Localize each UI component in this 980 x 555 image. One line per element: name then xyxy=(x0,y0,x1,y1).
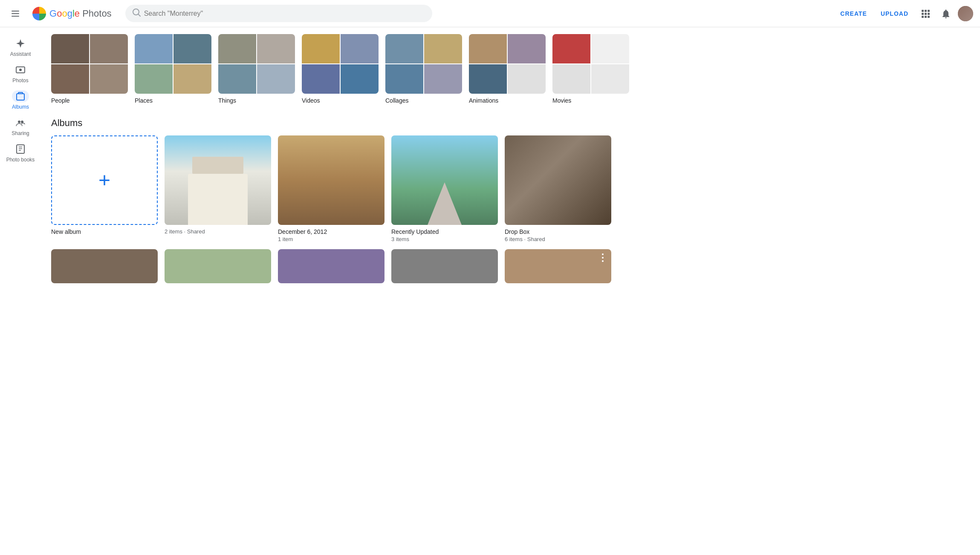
album-drop-box-meta: 6 items · Shared xyxy=(505,236,611,242)
plus-icon: + xyxy=(98,170,110,190)
sidebar: Assistant Photos Albums xyxy=(0,27,41,555)
svg-rect-13 xyxy=(928,16,930,18)
bottom-thumb-4[interactable] xyxy=(391,249,498,283)
new-album-name: New album xyxy=(51,228,158,235)
album-thumb-drop-box xyxy=(505,135,611,225)
svg-rect-19 xyxy=(17,145,24,153)
sidebar-item-sharing[interactable]: Sharing xyxy=(0,113,41,140)
album-dec2012-name: December 6, 2012 xyxy=(278,228,384,235)
svg-rect-7 xyxy=(928,10,930,12)
svg-point-17 xyxy=(18,121,20,123)
categories-grid: People Places Thin xyxy=(51,34,970,111)
album-card-dec2012[interactable]: December 6, 2012 1 item xyxy=(278,135,384,242)
bottom-thumb-3[interactable] xyxy=(278,249,384,283)
svg-point-18 xyxy=(21,121,23,123)
album-thumb-recently-updated xyxy=(391,135,498,225)
header-actions: CREATE UPLOAD xyxy=(835,5,973,22)
category-videos-label: Videos xyxy=(302,97,379,104)
sidebar-item-photobooks[interactable]: Photo books xyxy=(0,140,41,166)
svg-rect-11 xyxy=(922,16,924,18)
sharing-icon xyxy=(12,117,29,129)
bottom-thumb-5[interactable] xyxy=(505,249,611,283)
upload-button[interactable]: UPLOAD xyxy=(876,7,914,20)
category-things[interactable]: Things xyxy=(218,34,295,104)
create-button[interactable]: CREATE xyxy=(835,7,872,20)
albums-grid: + New album 2 items · Shared xyxy=(51,135,970,242)
photos-icon xyxy=(12,64,29,76)
svg-rect-5 xyxy=(922,10,924,12)
sidebar-photobooks-label: Photo books xyxy=(6,157,35,163)
svg-rect-10 xyxy=(928,13,930,15)
album-dec2012-meta: 1 item xyxy=(278,236,384,242)
svg-rect-16 xyxy=(17,94,24,100)
album-recently-updated-meta: 3 items xyxy=(391,236,498,242)
sidebar-assistant-label: Assistant xyxy=(10,51,31,57)
category-movies[interactable]: Movies xyxy=(552,34,629,104)
category-people[interactable]: People xyxy=(51,34,128,104)
app-header: Google Photos CREATE UPLOAD xyxy=(0,0,980,27)
main-content: People Places Thin xyxy=(41,27,980,555)
notifications-icon[interactable] xyxy=(937,5,954,22)
photobooks-icon xyxy=(12,143,29,155)
album-card-2[interactable]: 2 items · Shared xyxy=(165,135,271,242)
search-icon xyxy=(132,8,141,19)
sidebar-albums-label: Albums xyxy=(12,104,29,110)
svg-rect-8 xyxy=(922,13,924,15)
svg-rect-2 xyxy=(12,16,19,17)
menu-icon[interactable] xyxy=(7,5,24,22)
bottom-thumb-2[interactable] xyxy=(165,249,271,283)
svg-rect-12 xyxy=(925,16,927,18)
category-places[interactable]: Places xyxy=(135,34,211,104)
search-input[interactable] xyxy=(144,10,425,17)
new-album-button[interactable]: + xyxy=(51,135,158,225)
avatar[interactable] xyxy=(958,6,973,21)
svg-rect-0 xyxy=(12,11,19,12)
sidebar-photos-label: Photos xyxy=(12,78,28,83)
sidebar-sharing-label: Sharing xyxy=(12,130,29,136)
category-people-label: People xyxy=(51,97,128,104)
sidebar-item-albums[interactable]: Albums xyxy=(0,87,41,113)
apps-grid-icon[interactable] xyxy=(917,5,934,22)
category-animations[interactable]: Animations xyxy=(469,34,546,104)
category-videos[interactable]: Videos xyxy=(302,34,379,104)
svg-rect-9 xyxy=(925,13,927,15)
category-collages[interactable]: Collages xyxy=(385,34,462,104)
album-recently-updated-name: Recently Updated xyxy=(391,228,498,235)
assistant-icon xyxy=(12,37,29,49)
svg-point-15 xyxy=(19,69,22,71)
svg-line-4 xyxy=(138,14,140,16)
album-thumb-2 xyxy=(165,135,271,225)
category-animations-label: Animations xyxy=(469,97,546,104)
album-2-meta: 2 items · Shared xyxy=(165,228,271,235)
album-card-drop-box[interactable]: Drop Box 6 items · Shared xyxy=(505,135,611,242)
category-movies-label: Movies xyxy=(552,97,629,104)
category-things-label: Things xyxy=(218,97,295,104)
album-card-recently-updated[interactable]: Recently Updated 3 items xyxy=(391,135,498,242)
category-collages-label: Collages xyxy=(385,97,462,104)
svg-rect-1 xyxy=(12,13,19,14)
svg-rect-6 xyxy=(925,10,927,12)
albums-section-title: Albums xyxy=(51,118,970,129)
search-bar[interactable] xyxy=(125,5,432,22)
category-places-label: Places xyxy=(135,97,211,104)
new-album-card[interactable]: + New album xyxy=(51,135,158,242)
bottom-albums-row xyxy=(51,249,970,283)
sidebar-item-assistant[interactable]: Assistant xyxy=(0,34,41,60)
google-photos-logo[interactable]: Google Photos xyxy=(31,5,112,22)
album-drop-box-name: Drop Box xyxy=(505,228,611,235)
albums-icon xyxy=(12,90,29,102)
sidebar-item-photos[interactable]: Photos xyxy=(0,60,41,87)
album-thumb-dec2012 xyxy=(278,135,384,225)
bottom-thumb-1[interactable] xyxy=(51,249,158,283)
app-layout: Assistant Photos Albums xyxy=(0,27,980,555)
